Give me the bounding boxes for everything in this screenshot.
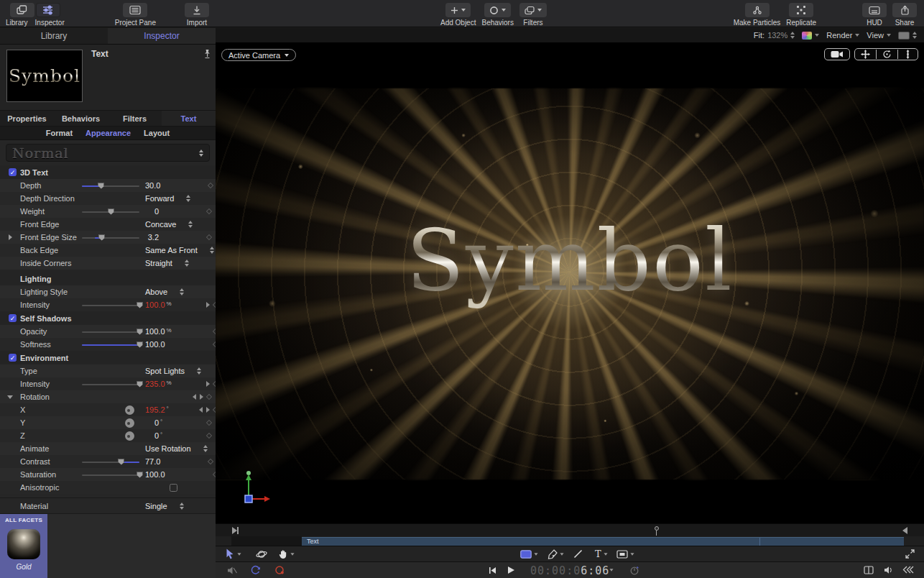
hud-button[interactable]: HUD	[862, 3, 887, 27]
replicate-button[interactable]: Replicate	[786, 3, 816, 27]
timecode-menu-button[interactable]	[609, 569, 614, 572]
timing-display-button[interactable]	[629, 565, 639, 575]
depth-slider[interactable]	[82, 183, 139, 189]
axis-widget-icon[interactable]	[239, 469, 274, 505]
dolly-view-button[interactable]	[897, 50, 918, 59]
material-ball-preview[interactable]	[7, 529, 40, 559]
layout-popup[interactable]	[898, 32, 917, 40]
rectangle-mask-tool-button[interactable]	[520, 550, 538, 559]
play-button[interactable]	[507, 566, 515, 574]
subtab-format[interactable]: Format	[46, 129, 73, 137]
pan-hand-tool-button[interactable]	[279, 549, 295, 559]
tab-text[interactable]: Text	[162, 111, 216, 126]
timecode-display[interactable]: 00:00:06:06	[530, 564, 609, 577]
add-object-button[interactable]: Add Object	[440, 3, 476, 27]
param-value[interactable]: Straight	[145, 259, 172, 267]
keyframe-diamond-icon[interactable]	[206, 420, 212, 426]
param-value[interactable]: 235.0	[145, 380, 165, 388]
tab-filters[interactable]: Filters	[108, 111, 162, 126]
library-button[interactable]	[10, 3, 34, 17]
material-facet-selected[interactable]: ALL FACETS Gold	[0, 514, 47, 578]
param-value[interactable]: 195.2	[145, 405, 165, 414]
disclosure-right-icon[interactable]	[9, 234, 12, 240]
self-shadows-checkbox[interactable]: ✓	[9, 314, 17, 322]
param-value[interactable]: Concave	[145, 220, 176, 229]
mute-button[interactable]	[227, 566, 238, 575]
disclosure-down-icon[interactable]	[7, 395, 13, 399]
panel-tab-inspector[interactable]: Inspector	[108, 28, 216, 44]
3d-text-checkbox[interactable]: ✓	[9, 168, 17, 176]
canvas-viewport[interactable]: Active Camera Symbol	[216, 43, 924, 523]
camera-menu[interactable]: Active Camera	[221, 49, 296, 61]
camera-view-button[interactable]	[824, 48, 850, 60]
opacity-slider[interactable]	[82, 329, 139, 335]
next-keyframe-icon[interactable]	[206, 407, 210, 413]
pin-icon[interactable]	[203, 49, 211, 60]
param-value[interactable]: 0	[145, 207, 159, 216]
keyframe-diamond-icon[interactable]	[206, 208, 212, 214]
channels-popup[interactable]	[802, 32, 819, 40]
bezier-tool-button[interactable]	[548, 549, 564, 559]
z-dial[interactable]	[125, 431, 134, 441]
keyframe-diamond-icon[interactable]	[206, 234, 212, 240]
show-timeline-button[interactable]	[864, 566, 874, 574]
param-value[interactable]: 0	[145, 431, 159, 440]
view-popup[interactable]: View	[867, 31, 891, 40]
mini-timeline[interactable]	[216, 523, 924, 536]
select-tool-button[interactable]	[226, 549, 241, 559]
popup-stepper-icon[interactable]	[180, 288, 184, 295]
text-tool-button[interactable]: T	[595, 549, 608, 559]
next-keyframe-icon[interactable]	[206, 302, 210, 308]
show-audio-button[interactable]	[884, 566, 895, 574]
render-popup[interactable]: Render	[826, 31, 859, 40]
paint-stroke-tool-button[interactable]	[573, 549, 583, 559]
environment-checkbox[interactable]: ✓	[9, 354, 17, 362]
play-range-end-marker[interactable]	[902, 527, 907, 534]
transform-3d-tool-button[interactable]	[256, 549, 267, 559]
popup-stepper-icon[interactable]	[186, 195, 190, 202]
param-value[interactable]: 100.0	[145, 327, 165, 336]
go-to-start-button[interactable]	[489, 566, 496, 574]
behaviors-button[interactable]: Behaviors	[481, 3, 513, 27]
intensity-slider[interactable]	[82, 381, 139, 387]
param-value[interactable]: Spot Lights	[145, 367, 185, 375]
param-value[interactable]: 100.0	[145, 470, 165, 479]
project-pane-button[interactable]: Project Pane	[115, 3, 156, 27]
y-dial[interactable]	[125, 418, 134, 428]
style-preset-popup[interactable]: Normal	[6, 144, 210, 162]
keyframe-diamond-icon[interactable]	[208, 459, 213, 464]
intensity-slider[interactable]	[82, 302, 139, 308]
subtab-layout[interactable]: Layout	[144, 129, 170, 137]
play-range-start-marker[interactable]	[232, 527, 237, 534]
prev-keyframe-icon[interactable]	[193, 394, 196, 400]
subtab-appearance[interactable]: Appearance	[86, 129, 131, 137]
weight-slider[interactable]	[82, 208, 139, 215]
popup-stepper-icon[interactable]	[180, 503, 184, 510]
keyframe-diamond-icon[interactable]	[206, 394, 212, 400]
panel-tab-library[interactable]: Library	[0, 28, 108, 44]
share-button[interactable]: Share	[892, 3, 917, 27]
param-value[interactable]: 100.0	[145, 340, 165, 349]
param-value[interactable]: 77.0	[145, 457, 160, 466]
tab-behaviors[interactable]: Behaviors	[54, 111, 108, 126]
param-value[interactable]: Forward	[145, 194, 174, 203]
contrast-slider[interactable]	[82, 459, 139, 465]
param-value[interactable]: Above	[145, 288, 167, 296]
param-value[interactable]: 3.2	[145, 233, 159, 242]
param-value[interactable]: Single	[145, 502, 167, 510]
next-keyframe-icon[interactable]	[206, 381, 210, 387]
expand-timeline-button[interactable]	[905, 549, 915, 559]
popup-stepper-icon[interactable]	[197, 367, 201, 375]
param-value[interactable]: Use Rotation	[145, 444, 191, 453]
softness-slider[interactable]	[82, 341, 139, 348]
filters-button[interactable]: Filters	[519, 3, 547, 27]
shape-tool-button[interactable]	[616, 550, 634, 559]
front-edge-size-slider[interactable]	[82, 234, 139, 241]
loop-button[interactable]	[250, 565, 261, 575]
fit-zoom-control[interactable]: Fit: 132%	[754, 31, 795, 40]
popup-stepper-icon[interactable]	[185, 260, 189, 267]
keyframe-diamond-icon[interactable]	[206, 433, 212, 439]
param-value[interactable]: 30.0	[145, 181, 160, 190]
next-keyframe-icon[interactable]	[200, 394, 203, 400]
show-keyframes-button[interactable]	[902, 566, 914, 574]
